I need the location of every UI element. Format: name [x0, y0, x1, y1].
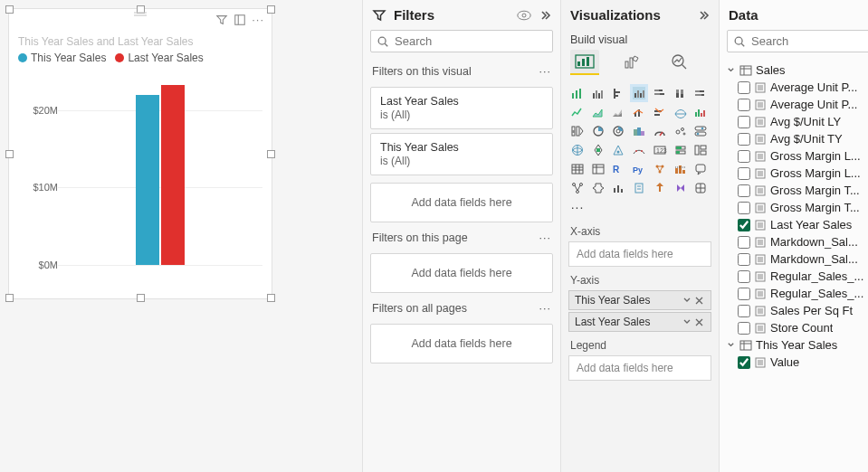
- more-options-icon[interactable]: ···: [252, 13, 264, 26]
- viz-type-icon-4[interactable]: [651, 84, 669, 102]
- xaxis-well[interactable]: Add data fields here: [568, 241, 711, 267]
- viz-type-icon-27[interactable]: [692, 141, 710, 159]
- chevron-down-icon[interactable]: [727, 341, 736, 349]
- viz-type-icon-36[interactable]: [589, 179, 607, 197]
- resize-handle[interactable]: [5, 5, 14, 14]
- viz-type-icon-23[interactable]: [609, 141, 627, 159]
- viz-type-icon-5[interactable]: [672, 84, 690, 102]
- page-filter-drop[interactable]: Add data fields here: [370, 253, 553, 293]
- bar-series-0[interactable]: [136, 95, 159, 265]
- analytics-tab[interactable]: [664, 50, 693, 75]
- viz-type-icon-11[interactable]: [651, 103, 669, 121]
- field-row[interactable]: Regular_Sales_...: [734, 268, 868, 285]
- viz-type-icon-32[interactable]: [651, 160, 669, 178]
- field-row[interactable]: Markdown_Sal...: [734, 250, 868, 268]
- viz-type-icon-21[interactable]: [568, 141, 587, 159]
- field-checkbox[interactable]: [738, 133, 750, 146]
- field-checkbox[interactable]: [738, 219, 750, 231]
- bar-series-1[interactable]: [161, 85, 185, 265]
- viz-type-icon-41[interactable]: [692, 179, 710, 197]
- all-filter-drop[interactable]: Add data fields here: [370, 324, 553, 363]
- field-checkbox[interactable]: [738, 184, 750, 197]
- viz-type-icon-18[interactable]: [651, 122, 669, 140]
- canvas-area[interactable]: ··· This Year Sales and Last Year Sales …: [0, 0, 362, 472]
- build-visual-tab[interactable]: [570, 50, 599, 75]
- field-pill[interactable]: This Year Sales: [568, 290, 711, 310]
- field-row[interactable]: Sales Per Sq Ft: [734, 302, 868, 319]
- field-row[interactable]: Average Unit P...: [734, 79, 868, 96]
- field-checkbox[interactable]: [738, 202, 750, 214]
- viz-type-icon-35[interactable]: [568, 179, 587, 197]
- format-visual-tab[interactable]: [617, 50, 646, 75]
- resize-handle[interactable]: [137, 5, 145, 14]
- filter-icon[interactable]: [215, 14, 228, 26]
- viz-type-icon-13[interactable]: [692, 103, 710, 121]
- field-pill[interactable]: Last Year Sales: [568, 312, 711, 332]
- chevron-down-icon[interactable]: [681, 296, 693, 305]
- field-row[interactable]: Avg $/Unit TY: [734, 130, 868, 147]
- clustered-column-chart[interactable]: $0M$10M$20M: [18, 71, 262, 279]
- viz-type-icon-6[interactable]: [692, 84, 710, 102]
- remove-icon[interactable]: [693, 318, 705, 326]
- viz-type-icon-28[interactable]: [568, 160, 587, 178]
- field-row[interactable]: Avg $/Unit LY: [734, 113, 868, 130]
- viz-type-icon-19[interactable]: [672, 122, 690, 140]
- viz-type-icon-38[interactable]: [630, 179, 648, 197]
- filter-card[interactable]: This Year Salesis (All): [370, 133, 553, 175]
- viz-type-icon-39[interactable]: [651, 179, 669, 197]
- viz-type-icon-37[interactable]: [609, 179, 627, 197]
- field-checkbox[interactable]: [738, 116, 750, 128]
- data-search[interactable]: [727, 30, 868, 52]
- field-row[interactable]: Regular_Sales_...: [734, 285, 868, 302]
- field-row[interactable]: Gross Margin T...: [734, 182, 868, 199]
- viz-type-icon-26[interactable]: [672, 141, 690, 159]
- viz-type-icon-40[interactable]: [672, 179, 690, 197]
- remove-icon[interactable]: [693, 297, 705, 305]
- field-checkbox[interactable]: [738, 270, 750, 283]
- viz-type-icon-25[interactable]: 123: [651, 141, 669, 159]
- field-checkbox[interactable]: [738, 305, 750, 317]
- section-more-icon[interactable]: ···: [539, 65, 551, 78]
- field-checkbox[interactable]: [738, 167, 750, 180]
- viz-type-icon-1[interactable]: [589, 84, 607, 102]
- field-checkbox[interactable]: [738, 81, 750, 94]
- filter-search[interactable]: [370, 30, 553, 52]
- resize-handle[interactable]: [5, 294, 14, 302]
- resize-handle[interactable]: [267, 5, 275, 14]
- field-checkbox[interactable]: [738, 99, 750, 111]
- viz-type-icon-20[interactable]: [692, 122, 710, 140]
- resize-handle[interactable]: [5, 150, 14, 158]
- viz-type-icon-10[interactable]: [630, 103, 648, 121]
- section-more-icon[interactable]: ···: [539, 231, 551, 244]
- show-filters-icon[interactable]: [517, 9, 531, 22]
- viz-type-icon-16[interactable]: [609, 122, 627, 140]
- viz-type-icon-0[interactable]: [568, 84, 587, 102]
- viz-type-icon-33[interactable]: [672, 160, 690, 178]
- field-checkbox[interactable]: [738, 253, 750, 266]
- field-row[interactable]: Gross Margin L...: [734, 165, 868, 182]
- viz-type-icon-7[interactable]: [568, 103, 587, 121]
- field-row[interactable]: Markdown_Sal...: [734, 233, 868, 250]
- viz-type-icon-29[interactable]: [589, 160, 607, 178]
- chevron-down-icon[interactable]: [681, 317, 693, 326]
- field-row[interactable]: Average Unit P...: [734, 96, 868, 113]
- viz-type-icon-9[interactable]: [609, 103, 627, 121]
- collapse-icon[interactable]: [539, 9, 551, 22]
- field-row[interactable]: Value: [734, 354, 868, 371]
- table-row[interactable]: Sales: [723, 61, 868, 79]
- focus-mode-icon[interactable]: [234, 14, 246, 26]
- field-row[interactable]: Last Year Sales: [734, 216, 868, 233]
- visual-tile[interactable]: ··· This Year Sales and Last Year Sales …: [9, 9, 272, 298]
- filter-search-input[interactable]: [395, 34, 547, 48]
- field-row[interactable]: Gross Margin L...: [734, 147, 868, 165]
- viz-type-icon-12[interactable]: [672, 103, 690, 121]
- viz-type-icon-17[interactable]: [630, 122, 648, 140]
- viz-type-icon-3[interactable]: [630, 84, 648, 102]
- viz-type-icon-22[interactable]: [589, 141, 607, 159]
- viz-type-icon-31[interactable]: Py: [630, 160, 648, 178]
- viz-type-icon-34[interactable]: [692, 160, 710, 178]
- field-checkbox[interactable]: [738, 150, 750, 163]
- filter-card[interactable]: Last Year Salesis (All): [370, 87, 553, 129]
- field-checkbox[interactable]: [738, 288, 750, 300]
- resize-handle[interactable]: [267, 150, 275, 158]
